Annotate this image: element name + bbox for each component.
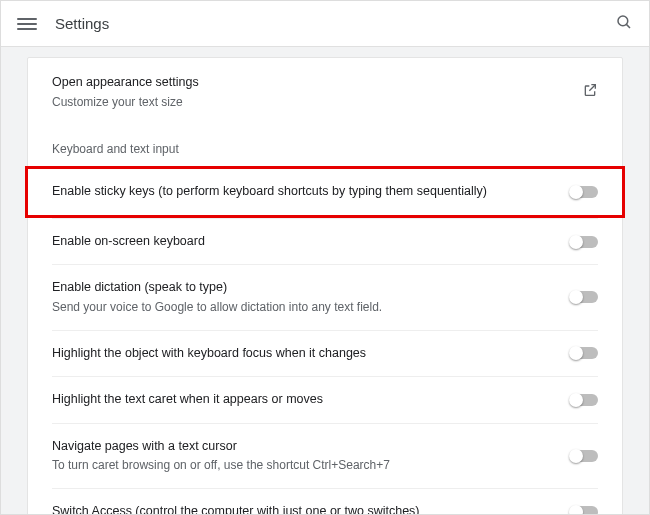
row-text: Highlight the object with keyboard focus…: [52, 345, 570, 363]
row-sub: Send your voice to Google to allow dicta…: [52, 299, 558, 316]
section-keyboard-text-input: Keyboard and text input: [52, 124, 598, 166]
open-appearance-settings[interactable]: Open appearance settings Customize your …: [52, 58, 598, 124]
svg-line-1: [626, 24, 630, 28]
row-onscreen-keyboard: Enable on-screen keyboard: [52, 218, 598, 265]
svg-point-0: [618, 16, 628, 26]
row-text: Navigate pages with a text cursor To tur…: [52, 438, 570, 474]
row-sub: Customize your text size: [52, 94, 570, 111]
row-title: Switch Access (control the computer with…: [52, 503, 558, 515]
row-text: Highlight the text caret when it appears…: [52, 391, 570, 409]
row-sub: To turn caret browsing on or off, use th…: [52, 457, 558, 474]
row-title: Open appearance settings: [52, 74, 570, 92]
highlight-annotation: Enable sticky keys (to perform keyboard …: [25, 166, 625, 218]
toggle-navigate-cursor[interactable]: [570, 450, 598, 462]
app-header: Settings: [1, 1, 649, 47]
toggle-switch-access[interactable]: [570, 506, 598, 515]
row-title: Navigate pages with a text cursor: [52, 438, 558, 456]
toggle-onscreen-keyboard[interactable]: [570, 236, 598, 248]
row-title: Enable sticky keys (to perform keyboard …: [52, 183, 558, 201]
toggle-highlight-caret[interactable]: [570, 394, 598, 406]
row-title: Highlight the object with keyboard focus…: [52, 345, 558, 363]
row-highlight-caret: Highlight the text caret when it appears…: [52, 376, 598, 423]
row-dictation: Enable dictation (speak to type) Send yo…: [52, 264, 598, 329]
settings-body: Open appearance settings Customize your …: [1, 47, 649, 515]
row-title: Enable on-screen keyboard: [52, 233, 558, 251]
row-navigate-cursor: Navigate pages with a text cursor To tur…: [52, 423, 598, 488]
row-title: Highlight the text caret when it appears…: [52, 391, 558, 409]
toggle-highlight-focus[interactable]: [570, 347, 598, 359]
row-title: Enable dictation (speak to type): [52, 279, 558, 297]
row-text: Enable dictation (speak to type) Send yo…: [52, 279, 570, 315]
settings-card: Open appearance settings Customize your …: [27, 57, 623, 515]
row-highlight-focus: Highlight the object with keyboard focus…: [52, 330, 598, 377]
row-text: Enable sticky keys (to perform keyboard …: [52, 183, 570, 201]
row-text: Enable on-screen keyboard: [52, 233, 570, 251]
search-icon[interactable]: [615, 13, 633, 35]
row-text: Open appearance settings Customize your …: [52, 74, 582, 110]
toggle-dictation[interactable]: [570, 291, 598, 303]
row-switch-access: Switch Access (control the computer with…: [52, 488, 598, 515]
external-link-icon[interactable]: [582, 82, 598, 102]
toggle-sticky-keys[interactable]: [570, 186, 598, 198]
page-title: Settings: [55, 15, 109, 32]
row-text: Switch Access (control the computer with…: [52, 503, 570, 515]
menu-icon[interactable]: [17, 14, 37, 34]
row-sticky-keys: Enable sticky keys (to perform keyboard …: [52, 169, 598, 215]
